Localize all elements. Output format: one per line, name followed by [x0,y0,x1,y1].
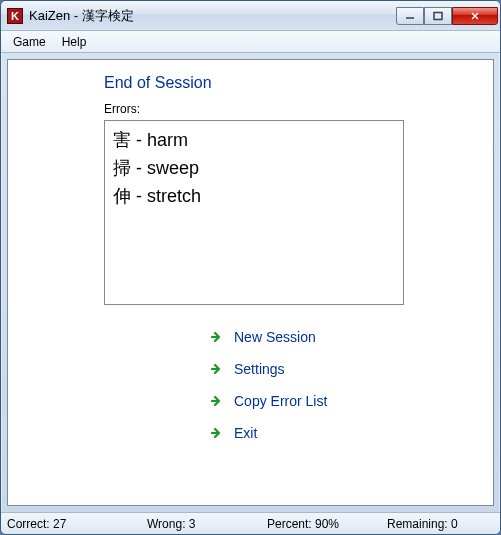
actions-list: New Session Settings Copy Error List Exi… [208,329,473,441]
new-session-link[interactable]: New Session [208,329,473,345]
action-label: New Session [234,329,316,345]
app-window: K KaiZen - 漢字検定 Game Help End of Session… [0,0,501,535]
minimize-button[interactable] [396,7,424,25]
window-title: KaiZen - 漢字検定 [29,7,396,25]
titlebar[interactable]: K KaiZen - 漢字検定 [1,1,500,31]
statusbar: Correct: 27 Wrong: 3 Percent: 90% Remain… [1,512,500,534]
action-label: Copy Error List [234,393,327,409]
app-icon: K [7,8,23,24]
error-item: 掃 - sweep [113,155,395,183]
arrow-right-icon [208,361,224,377]
action-label: Exit [234,425,257,441]
exit-link[interactable]: Exit [208,425,473,441]
window-controls [396,7,498,25]
arrow-right-icon [208,425,224,441]
status-remaining: Remaining: 0 [387,517,458,531]
client-area: End of Session Errors: 害 - harm 掃 - swee… [7,59,494,506]
svg-rect-1 [434,12,442,19]
action-label: Settings [234,361,285,377]
menu-help[interactable]: Help [54,33,95,51]
error-item: 伸 - stretch [113,183,395,211]
errors-list: 害 - harm 掃 - sweep 伸 - stretch [104,120,404,305]
errors-label: Errors: [104,102,473,116]
menubar: Game Help [1,31,500,53]
maximize-button[interactable] [424,7,452,25]
arrow-right-icon [208,393,224,409]
settings-link[interactable]: Settings [208,361,473,377]
session-heading: End of Session [104,74,473,92]
arrow-right-icon [208,329,224,345]
error-item: 害 - harm [113,127,395,155]
menu-game[interactable]: Game [5,33,54,51]
copy-error-list-link[interactable]: Copy Error List [208,393,473,409]
status-wrong: Wrong: 3 [147,517,267,531]
close-button[interactable] [452,7,498,25]
status-correct: Correct: 27 [7,517,147,531]
status-percent: Percent: 90% [267,517,387,531]
